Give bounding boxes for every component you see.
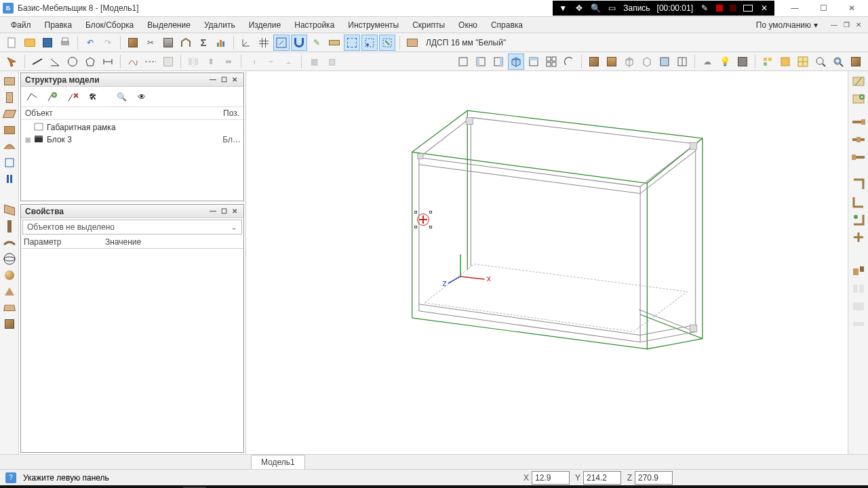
maximize-button[interactable]: ☐ [810, 1, 837, 16]
close-button[interactable]: ✕ [838, 1, 865, 16]
r-corner-1-icon[interactable] [851, 177, 866, 192]
panel-min-icon[interactable]: — [208, 75, 218, 85]
viewport-3d[interactable]: x z [246, 71, 848, 454]
zoom-fit-button[interactable] [830, 54, 846, 70]
layers-button[interactable] [777, 54, 793, 70]
sum-button[interactable]: Σ [195, 35, 212, 51]
texture-button[interactable] [656, 54, 673, 70]
snap-button[interactable] [273, 35, 290, 51]
open-button[interactable] [22, 35, 38, 51]
orbit-button[interactable] [561, 54, 577, 70]
layout-preset-dropdown[interactable]: По умолчанию▾ [749, 19, 825, 31]
minimize-button[interactable]: — [781, 1, 808, 16]
dash-line-button[interactable] [142, 54, 159, 70]
tree-row[interactable]: Габаритная рамка [24, 121, 241, 134]
pointer-button[interactable] [4, 54, 20, 70]
menu-edit[interactable]: Правка [38, 19, 79, 31]
shelf-icon[interactable] [2, 235, 17, 250]
rec-close-icon[interactable]: ✕ [760, 3, 769, 13]
tree-visibility-icon[interactable]: 👁 [134, 89, 150, 105]
mdi-restore-button[interactable]: ❐ [841, 20, 852, 30]
properties-grid[interactable] [21, 249, 243, 452]
rec-snapshot-icon[interactable] [743, 5, 753, 12]
paste-button[interactable] [160, 35, 176, 51]
mirror-h-button[interactable] [185, 54, 201, 70]
tree-expand-icon[interactable] [24, 89, 40, 105]
copy-button[interactable] [125, 35, 141, 51]
r-extend-icon[interactable] [851, 317, 866, 331]
r-corner-2-icon[interactable] [851, 195, 866, 209]
mirror-v-button[interactable]: ⬍ [203, 54, 219, 70]
mdi-minimize-button[interactable]: — [829, 20, 840, 30]
render-cloud-button[interactable]: ☁ [699, 54, 715, 70]
tree-add-icon[interactable] [44, 89, 60, 105]
select-mode-2[interactable] [361, 35, 378, 51]
inspect-button[interactable] [812, 54, 829, 70]
panel-vert-icon[interactable] [2, 90, 17, 105]
drawer-icon[interactable] [2, 317, 17, 331]
r-mid-icon[interactable] [851, 230, 866, 245]
sphere-icon[interactable] [2, 251, 17, 266]
r-slot-1-icon[interactable] [851, 115, 866, 129]
panel-flat-icon[interactable] [2, 106, 17, 121]
r-panel-icon[interactable] [851, 74, 866, 89]
menu-help[interactable]: Справка [484, 19, 530, 31]
rec-zoom-icon[interactable]: 🔍 [591, 3, 600, 13]
measure-button[interactable] [326, 35, 342, 51]
structure-tree[interactable]: Габаритная рамка ⊞ Блок 3 Бл… [21, 120, 243, 201]
quad-view-button[interactable] [795, 54, 811, 70]
wireframe-button[interactable] [621, 54, 637, 70]
extrude-button[interactable] [160, 54, 176, 70]
profile-icon[interactable] [2, 203, 17, 218]
magnet-button[interactable] [291, 35, 307, 51]
panel-curve-icon[interactable] [2, 139, 17, 154]
undo-button[interactable]: ↶ [82, 35, 98, 51]
selection-dropdown[interactable]: Объектов не выделено ⌄ [22, 220, 242, 235]
coord-y-input[interactable]: 214.2 [583, 471, 621, 485]
r-add-icon[interactable] [851, 92, 866, 106]
menu-selection[interactable]: Выделение [140, 19, 197, 31]
new-button[interactable] [4, 35, 20, 51]
menu-file[interactable]: Файл [4, 19, 38, 31]
material-icon[interactable] [404, 35, 420, 51]
circle-button[interactable] [64, 54, 81, 70]
menu-block[interactable]: Блок/Сборка [79, 19, 140, 31]
align-c-button[interactable]: ⫟ [263, 54, 279, 70]
shade-2-button[interactable] [604, 54, 620, 70]
ball-icon[interactable] [2, 268, 17, 283]
screen-recorder-overlay[interactable]: ▼ ✥ 🔍 ▭ Запись [00:00:01] ✎ ✕ [553, 1, 774, 16]
menu-window[interactable]: Окно [452, 19, 484, 31]
hidden-line-button[interactable] [639, 54, 655, 70]
panel-min-icon[interactable]: — [208, 207, 218, 216]
tree-tools-icon[interactable]: 🛠 [85, 89, 101, 105]
tree-remove-icon[interactable] [64, 89, 81, 105]
cut-button[interactable]: ✂ [142, 35, 159, 51]
panel-close-icon[interactable]: ✕ [230, 75, 239, 85]
r-corner-3-icon[interactable] [851, 212, 866, 227]
r-connect-icon[interactable] [851, 264, 866, 279]
menu-delete[interactable]: Удалить [197, 19, 242, 31]
coord-x-input[interactable]: 12.9 [532, 471, 570, 485]
r-slot-2-icon[interactable] [851, 132, 866, 147]
view-left-button[interactable] [473, 54, 489, 70]
light-button[interactable] [717, 54, 733, 70]
document-tab[interactable]: Модель1 [251, 455, 305, 469]
view-multi-button[interactable] [543, 54, 559, 70]
panel-max-icon[interactable]: ☐ [219, 207, 229, 216]
rec-draw-icon[interactable]: ✎ [700, 3, 709, 13]
view-top-button[interactable] [526, 54, 542, 70]
menu-product[interactable]: Изделие [242, 19, 288, 31]
mdi-close-button[interactable]: ✕ [853, 20, 864, 30]
align-r-button[interactable]: ⫠ [281, 54, 297, 70]
package-button[interactable] [848, 54, 864, 70]
panel-max-icon[interactable]: ☐ [219, 75, 229, 85]
rec-stop-icon[interactable] [730, 5, 736, 12]
line-button[interactable] [29, 54, 45, 70]
view-iso-button[interactable] [508, 54, 524, 70]
spline-button[interactable] [125, 54, 141, 70]
dimension-button[interactable] [100, 54, 116, 70]
view-front-button[interactable] [455, 54, 471, 70]
redo-button[interactable]: ↷ [100, 35, 116, 51]
rec-move-icon[interactable]: ✥ [574, 3, 584, 13]
board-icon[interactable] [2, 300, 17, 315]
